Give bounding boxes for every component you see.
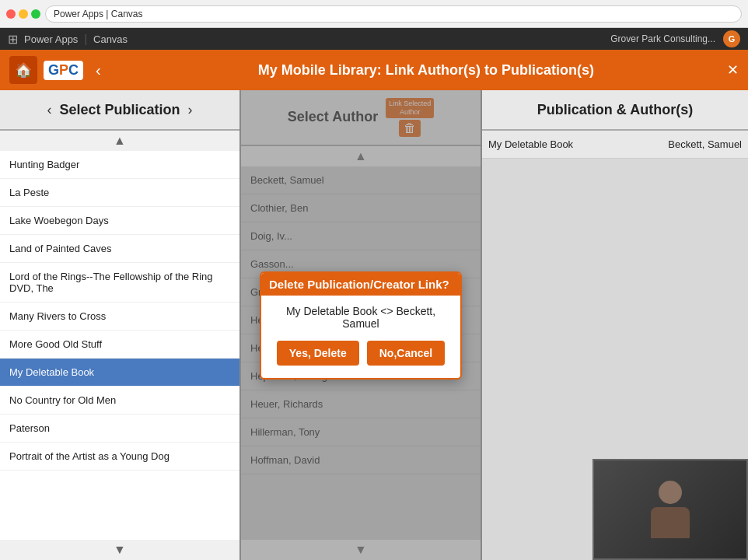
main-layout: ‹ Select Publication › ▲ Hunting Badger … [0, 90, 748, 560]
logo-text: GPC [48, 62, 79, 79]
list-item[interactable]: La Peste [0, 179, 239, 207]
ms-user-label: Grover Park Consulting... [610, 33, 715, 44]
modal-body: My Deletable Book <> Beckett, Samuel [274, 305, 448, 330]
grid-icon[interactable]: ⊞ [8, 32, 18, 47]
ms-bar-canvas: Canvas [93, 33, 128, 45]
publication-header: ‹ Select Publication › [0, 90, 239, 131]
pub-nav-next[interactable]: › [185, 100, 196, 120]
dot-minimize[interactable] [19, 9, 28, 19]
col-author: Select Author Link Selected Author 🗑 ▲ B… [241, 90, 482, 560]
no-cancel-button[interactable]: No,Cancel [367, 341, 445, 366]
back-button[interactable]: ‹ [96, 61, 101, 79]
list-item[interactable]: Lake Woebegon Days [0, 207, 239, 235]
yes-delete-button[interactable]: Yes, Delete [277, 341, 359, 366]
list-item[interactable]: Paterson [0, 415, 239, 443]
ms-bar-right: Grover Park Consulting... G [610, 30, 740, 47]
home-button[interactable]: 🏠 [9, 56, 37, 84]
pub-scroll-down[interactable]: ▼ [0, 540, 239, 560]
linked-row: My Deletable Book Beckett, Samuel [482, 131, 748, 159]
col-publication: ‹ Select Publication › ▲ Hunting Badger … [0, 90, 241, 560]
close-button[interactable]: ✕ [727, 61, 739, 79]
app-header: 🏠 GPC ‹ My Mobile Library: Link Author(s… [0, 50, 748, 90]
publication-list: Hunting Badger La Peste Lake Woebegon Da… [0, 151, 239, 540]
list-item[interactable]: Portrait of the Artist as a Young Dog [0, 443, 239, 471]
list-item[interactable]: Lord of the Rings--The Fellowship of the… [0, 263, 239, 303]
linked-pub-name: My Deletable Book [488, 138, 615, 150]
dot-close[interactable] [6, 9, 16, 19]
browser-address[interactable]: Power Apps | Canvas [45, 5, 742, 23]
modal-box: Delete Publication/Creator Link? My Dele… [260, 271, 462, 380]
modal-title: Delete Publication/Creator Link? [261, 273, 460, 296]
list-item-selected[interactable]: My Deletable Book [0, 359, 239, 387]
ms-avatar[interactable]: G [723, 30, 740, 47]
webcam-feed [594, 460, 746, 558]
linked-header: Publication & Author(s) [482, 90, 748, 131]
linked-title: Publication & Author(s) [537, 102, 693, 118]
ms-bar: ⊞ Power Apps | Canvas Grover Park Consul… [0, 28, 748, 50]
pub-nav-prev[interactable]: ‹ [44, 100, 54, 120]
list-item[interactable]: Many Rivers to Cross [0, 303, 239, 331]
webcam-box [592, 459, 748, 560]
ms-bar-powerapps: Power Apps [24, 33, 78, 45]
modal-buttons: Yes, Delete No,Cancel [274, 341, 448, 366]
address-text: Power Apps | Canvas [54, 9, 143, 19]
app-title: My Mobile Library: Link Author(s) to Pub… [114, 62, 739, 79]
linked-auth-name: Beckett, Samuel [615, 138, 742, 150]
col-linked: Publication & Author(s) My Deletable Boo… [482, 90, 748, 560]
modal-overlay: Delete Publication/Creator Link? My Dele… [241, 90, 481, 560]
list-item[interactable]: Hunting Badger [0, 151, 239, 179]
browser-bar: Power Apps | Canvas [0, 0, 748, 28]
dot-maximize[interactable] [31, 9, 40, 19]
publication-title: Select Publication [59, 102, 180, 118]
list-item[interactable]: Land of Painted Caves [0, 235, 239, 263]
list-item[interactable]: No Country for Old Men [0, 387, 239, 415]
logo-box: GPC [44, 61, 83, 80]
pub-scroll-up[interactable]: ▲ [0, 131, 239, 151]
browser-dots [6, 9, 40, 19]
list-item[interactable]: More Good Old Stuff [0, 331, 239, 359]
